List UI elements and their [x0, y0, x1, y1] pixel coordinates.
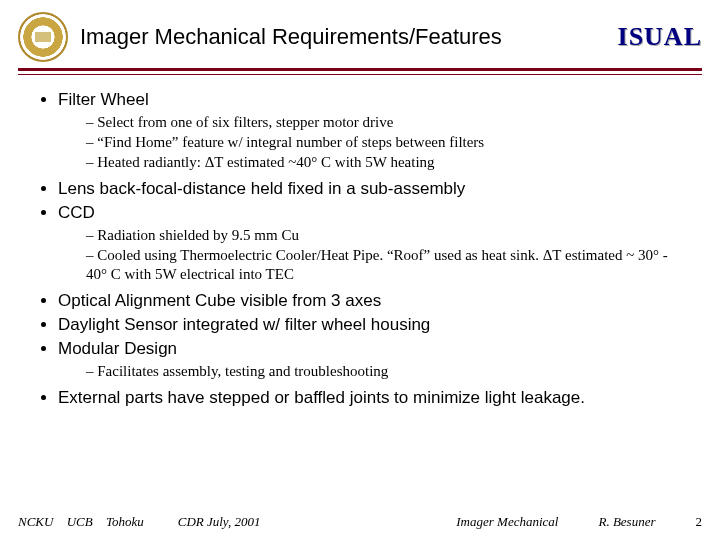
sub-item: Cooled using Thermoelectric Cooler/Heat … — [86, 246, 686, 284]
page-title: Imager Mechanical Requirements/Features — [80, 24, 502, 50]
footer-orgs: NCKU UCB Tohoku — [18, 514, 154, 530]
sub-list: Select from one of six filters, stepper … — [58, 113, 686, 173]
list-item: Daylight Sensor integrated w/ filter whe… — [58, 314, 686, 336]
sub-list: Facilitates assembly, testing and troubl… — [58, 362, 686, 381]
footer-section: Imager Mechanical — [456, 514, 558, 530]
sub-item: Heated radiantly: ΔT estimated ~40° C wi… — [86, 153, 686, 172]
sub-item: Facilitates assembly, testing and troubl… — [86, 362, 686, 381]
isual-logo: ISUAL — [618, 22, 702, 52]
footer-author: R. Besuner — [598, 514, 655, 530]
list-item-text: CCD — [58, 203, 95, 222]
list-item: Modular Design Facilitates assembly, tes… — [58, 338, 686, 381]
seal-logo — [18, 12, 68, 62]
list-item-text: Modular Design — [58, 339, 177, 358]
footer-page: 2 — [696, 514, 703, 530]
bullet-list: Filter Wheel Select from one of six filt… — [34, 89, 686, 409]
list-item: Optical Alignment Cube visible from 3 ax… — [58, 290, 686, 312]
content-area: Filter Wheel Select from one of six filt… — [0, 75, 720, 409]
divider — [18, 68, 702, 75]
footer-org: NCKU — [18, 514, 53, 529]
sub-item: Select from one of six filters, stepper … — [86, 113, 686, 132]
list-item: Filter Wheel Select from one of six filt… — [58, 89, 686, 172]
sub-item: “Find Home” feature w/ integral number o… — [86, 133, 686, 152]
footer-org: UCB — [67, 514, 93, 529]
list-item: CCD Radiation shielded by 9.5 mm Cu Cool… — [58, 202, 686, 284]
sub-list: Radiation shielded by 9.5 mm Cu Cooled u… — [58, 226, 686, 285]
list-item-text: Filter Wheel — [58, 90, 149, 109]
footer-event: CDR July, 2001 — [178, 514, 261, 530]
list-item: Lens back-focal-distance held fixed in a… — [58, 178, 686, 200]
footer: NCKU UCB Tohoku CDR July, 2001 Imager Me… — [0, 514, 720, 530]
sub-item: Radiation shielded by 9.5 mm Cu — [86, 226, 686, 245]
footer-org: Tohoku — [106, 514, 144, 529]
list-item: External parts have stepped or baffled j… — [58, 387, 686, 409]
